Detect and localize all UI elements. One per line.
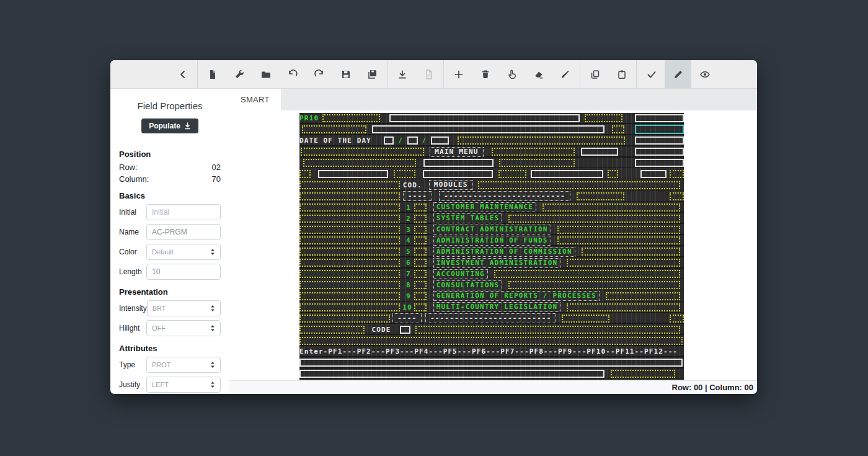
input-field-box[interactable] xyxy=(635,114,684,122)
label-field-box[interactable]: MODULES xyxy=(429,180,473,190)
field-outline[interactable] xyxy=(414,215,427,223)
menu-item-field[interactable]: CUSTOMER MAINTENANCE xyxy=(433,202,536,212)
label-field-box[interactable]: MAIN MENU xyxy=(430,147,483,157)
preview-button[interactable] xyxy=(691,60,718,89)
screen-literal[interactable]: 8 xyxy=(402,281,411,289)
input-field-box[interactable] xyxy=(299,370,604,378)
screen-literal[interactable]: / xyxy=(422,136,427,145)
intensity-select[interactable]: BRT xyxy=(147,300,221,316)
field-outline[interactable] xyxy=(414,236,427,244)
field-outline[interactable] xyxy=(498,170,526,178)
field-outline[interactable] xyxy=(414,226,427,234)
field-outline[interactable] xyxy=(612,125,624,133)
field-outline[interactable] xyxy=(322,114,380,122)
selected-field-box[interactable] xyxy=(635,125,684,134)
input-field-box[interactable] xyxy=(531,170,603,178)
field-outline[interactable] xyxy=(611,370,675,378)
input-field-box[interactable] xyxy=(635,159,684,167)
field-outline[interactable] xyxy=(414,259,427,267)
field-outline[interactable] xyxy=(299,292,400,300)
edit-mode-button[interactable] xyxy=(665,60,691,89)
field-outline[interactable] xyxy=(606,292,680,300)
field-outline[interactable] xyxy=(567,259,680,267)
input-field-box[interactable] xyxy=(581,148,618,156)
field-outline[interactable] xyxy=(301,148,425,156)
field-outline[interactable] xyxy=(670,192,684,200)
screen-literal[interactable]: 10 xyxy=(402,303,411,311)
input-field-box[interactable] xyxy=(635,148,684,156)
input-field-box[interactable] xyxy=(372,125,604,133)
input-field-box[interactable] xyxy=(318,170,388,178)
type-select[interactable]: PROT xyxy=(146,357,221,373)
undo-button[interactable] xyxy=(279,60,306,89)
editor-canvas[interactable]: PR10DATE OF THE DAY//MAIN MENUCOD.MODULE… xyxy=(229,110,757,380)
field-outline[interactable] xyxy=(557,236,680,244)
field-outline[interactable] xyxy=(299,337,683,345)
field-outline[interactable] xyxy=(299,270,400,278)
erase-mode-button[interactable] xyxy=(525,60,552,89)
input-field-box[interactable] xyxy=(423,159,494,167)
field-outline[interactable] xyxy=(299,226,400,234)
screen-literal[interactable]: 1 xyxy=(402,203,411,212)
input-field-box[interactable] xyxy=(431,136,449,145)
input-field-box[interactable] xyxy=(640,170,666,178)
field-outline[interactable] xyxy=(415,326,680,334)
delete-field-button[interactable] xyxy=(472,60,498,89)
input-field-box[interactable] xyxy=(423,170,493,178)
menu-item-field[interactable]: ADMINISTRATION OF COMMISSION xyxy=(433,247,575,257)
screen-literal[interactable]: / xyxy=(398,136,403,145)
field-outline[interactable] xyxy=(414,248,427,256)
field-outline[interactable] xyxy=(508,215,680,223)
field-outline[interactable] xyxy=(299,170,311,178)
field-outline[interactable] xyxy=(478,181,680,189)
save-all-button[interactable] xyxy=(359,60,386,89)
field-outline[interactable] xyxy=(557,226,680,234)
initial-field[interactable] xyxy=(146,204,221,220)
field-outline[interactable] xyxy=(670,170,684,178)
redo-button[interactable] xyxy=(306,60,332,89)
field-outline[interactable] xyxy=(299,192,400,200)
input-field-box[interactable] xyxy=(400,326,410,334)
screen-literal[interactable]: 9 xyxy=(402,292,411,300)
download-button[interactable] xyxy=(389,60,415,89)
label-field-box[interactable]: ------------------------- xyxy=(425,313,557,323)
field-outline[interactable] xyxy=(499,159,575,167)
menu-item-field[interactable]: ADMINISTRATION OF FUNDS xyxy=(433,236,551,246)
field-outline[interactable] xyxy=(299,259,400,267)
menu-item-field[interactable]: MULTI-COUNTRY LEGISLATION xyxy=(433,302,561,312)
field-outline[interactable] xyxy=(542,203,680,212)
tab-smart[interactable]: SMART xyxy=(229,89,281,110)
color-select[interactable]: Default xyxy=(146,244,221,260)
field-outline[interactable] xyxy=(458,136,625,145)
field-outline[interactable] xyxy=(299,181,400,189)
menu-item-field[interactable]: CONSULTATIONS xyxy=(433,280,503,290)
label-field-box[interactable]: ------------------------- xyxy=(439,191,570,201)
screen-label[interactable]: CODE xyxy=(372,326,391,334)
field-outline[interactable] xyxy=(670,315,684,323)
label-field-box[interactable]: ---- xyxy=(392,313,422,323)
field-outline[interactable] xyxy=(394,170,415,178)
validate-button[interactable] xyxy=(638,60,665,89)
save-button[interactable] xyxy=(332,60,359,89)
field-outline[interactable] xyxy=(299,236,400,244)
field-outline[interactable] xyxy=(577,192,625,200)
name-field[interactable] xyxy=(146,224,221,240)
field-outline[interactable] xyxy=(494,270,680,278)
field-outline[interactable] xyxy=(299,303,400,311)
field-outline[interactable] xyxy=(508,281,680,289)
paste-button[interactable] xyxy=(608,60,635,89)
field-outline[interactable] xyxy=(299,203,400,212)
screen-literal[interactable]: PR10 xyxy=(299,114,319,122)
input-field-box[interactable] xyxy=(407,136,418,145)
menu-item-field[interactable]: GENERATION OF REPORTS / PROCESSES xyxy=(433,291,600,301)
menu-item-field[interactable]: ACCOUNTING xyxy=(433,269,488,279)
hilight-select[interactable]: OFF xyxy=(146,320,221,336)
input-field-box[interactable] xyxy=(635,136,684,145)
screen-literal[interactable]: 7 xyxy=(402,270,411,278)
field-outline[interactable] xyxy=(585,114,622,122)
field-outline[interactable] xyxy=(414,292,427,300)
export-pdf-button[interactable] xyxy=(415,60,442,89)
screen-literal[interactable]: 2 xyxy=(402,215,411,223)
menu-item-field[interactable]: INVESTMENT ADMINISTRATION xyxy=(433,258,561,268)
screen-label[interactable]: Enter-PF1---PF2---PF3---PF4---PF5---PF6-… xyxy=(299,347,684,355)
